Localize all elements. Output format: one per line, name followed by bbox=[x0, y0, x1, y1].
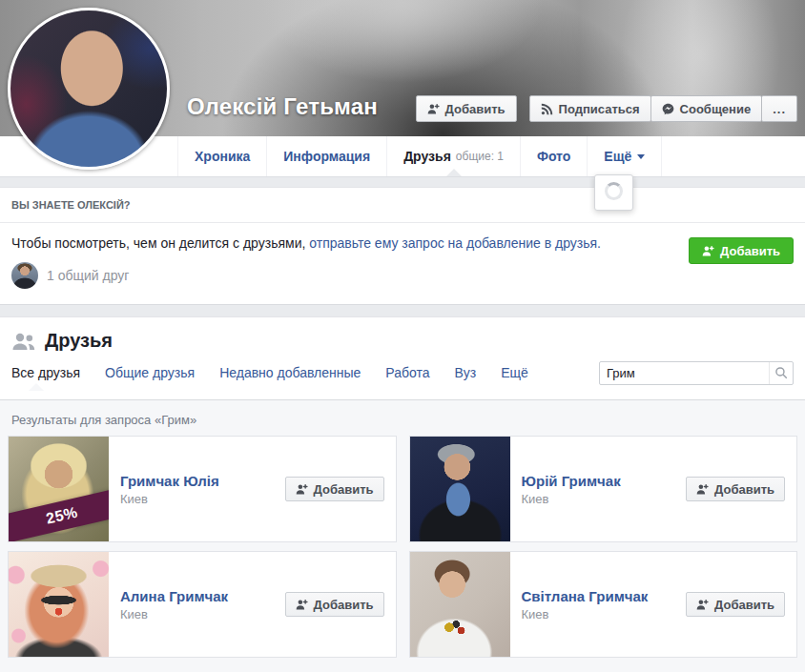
friends-title: Друзья bbox=[45, 330, 113, 352]
friend-name-link[interactable]: Світлана Гримчак bbox=[522, 588, 675, 604]
photo-badge: 25% bbox=[9, 484, 109, 541]
follow-button[interactable]: Подписаться bbox=[529, 95, 651, 122]
do-you-know-box: ВЫ ЗНАЕТЕ ОЛЕКСІЙ? Чтобы посмотреть, чем… bbox=[0, 187, 805, 305]
add-friend-card-button[interactable]: Добавить bbox=[686, 592, 785, 617]
search-results-area: Результаты для запроса «Грим» 25% Гримча… bbox=[0, 400, 805, 672]
mutual-friends-label: 1 общий друг bbox=[47, 268, 129, 283]
filter-more[interactable]: Ещё bbox=[501, 365, 528, 380]
person-add-icon bbox=[296, 483, 308, 496]
loading-spinner-icon bbox=[605, 182, 623, 200]
filter-mutual-friends[interactable]: Общие друзья bbox=[105, 365, 195, 380]
follow-message-group: Подписаться Сообщение ... bbox=[529, 95, 797, 122]
tab-more[interactable]: Ещё bbox=[587, 136, 662, 176]
add-friend-card-button[interactable]: Добавить bbox=[686, 477, 785, 501]
friend-info: Гримчак Юлія Киев bbox=[109, 473, 285, 506]
mutual-friend-avatar[interactable] bbox=[11, 262, 38, 289]
friends-search-input[interactable] bbox=[600, 366, 769, 380]
add-friend-card-button[interactable]: Добавить bbox=[285, 592, 384, 617]
tab-more-label: Ещё bbox=[604, 149, 631, 164]
tab-photos[interactable]: Фото bbox=[520, 136, 587, 176]
profile-action-bar: Добавить Подписаться Сообщение ... bbox=[416, 95, 797, 122]
friend-name-link[interactable]: Юрій Гримчак bbox=[522, 473, 675, 489]
friend-photo[interactable]: 25% bbox=[9, 437, 109, 541]
message-button[interactable]: Сообщение bbox=[650, 95, 763, 122]
person-add-icon bbox=[296, 599, 308, 611]
profile-name: Олексій Гетьман bbox=[187, 93, 378, 120]
friend-photo[interactable] bbox=[410, 552, 510, 657]
friend-city: Киев bbox=[120, 492, 274, 506]
facebook-profile-page: Олексій Гетьман Добавить Подписаться bbox=[0, 0, 805, 672]
two-people-icon bbox=[11, 332, 36, 351]
person-add-icon bbox=[696, 483, 709, 496]
profile-avatar[interactable] bbox=[8, 8, 170, 170]
tab-timeline-label: Хроника bbox=[195, 149, 250, 164]
friends-section: Друзья Все друзья Общие друзья Недавно д… bbox=[0, 316, 805, 400]
tab-about-label: Информация bbox=[283, 149, 370, 164]
friend-name-link[interactable]: Алина Гримчак bbox=[120, 588, 274, 604]
caret-down-icon bbox=[637, 154, 645, 159]
friend-info: Юрій Гримчак Киев bbox=[510, 473, 687, 506]
person-add-icon bbox=[696, 599, 709, 611]
add-friend-card-button[interactable]: Добавить bbox=[285, 477, 384, 501]
friends-header: Друзья bbox=[0, 317, 805, 356]
friends-search-box bbox=[599, 361, 794, 385]
follow-label: Подписаться bbox=[559, 102, 640, 116]
friend-photo[interactable] bbox=[410, 437, 510, 541]
message-label: Сообщение bbox=[680, 102, 752, 116]
tab-photos-label: Фото bbox=[537, 149, 570, 164]
filter-work[interactable]: Работа bbox=[385, 365, 429, 380]
friend-name-link[interactable]: Гримчак Юлія bbox=[120, 473, 274, 489]
more-options-button[interactable]: ... bbox=[761, 95, 797, 122]
tab-timeline[interactable]: Хроника bbox=[177, 136, 266, 176]
rss-icon bbox=[541, 103, 553, 115]
friend-card: Юрій Гримчак Киев Добавить bbox=[409, 436, 798, 542]
messenger-icon bbox=[662, 103, 674, 115]
person-add-icon bbox=[702, 245, 714, 257]
add-friend-green-label: Добавить bbox=[720, 244, 780, 258]
tab-friends[interactable]: Друзья общие: 1 bbox=[386, 136, 520, 176]
send-request-link[interactable]: отправьте ему запрос на добавление в дру… bbox=[309, 235, 601, 251]
know-box-text-plain: Чтобы посмотреть, чем он делится с друзь… bbox=[11, 235, 305, 251]
filter-recently-added[interactable]: Недавно добавленные bbox=[219, 365, 361, 380]
more-menu-loading-popover bbox=[594, 174, 633, 211]
know-box-text: Чтобы посмотреть, чем он делится с друзь… bbox=[11, 235, 603, 251]
friend-city: Киев bbox=[522, 607, 675, 621]
add-friend-card-label: Добавить bbox=[714, 598, 774, 612]
tab-friends-badge: общие: 1 bbox=[456, 150, 504, 163]
friend-info: Алина Гримчак Киев bbox=[109, 588, 285, 621]
friend-card: Алина Гримчак Киев Добавить bbox=[8, 551, 397, 658]
tab-about[interactable]: Информация bbox=[266, 136, 386, 176]
mutual-friends-row[interactable]: 1 общий друг bbox=[11, 262, 794, 289]
filter-college[interactable]: Вуз bbox=[455, 365, 477, 380]
friend-info: Світлана Гримчак Киев bbox=[510, 588, 687, 621]
add-friend-label: Добавить bbox=[445, 102, 506, 116]
person-add-icon bbox=[427, 103, 440, 115]
friends-filter-row: Все друзья Общие друзья Недавно добавлен… bbox=[0, 356, 805, 390]
add-friend-card-label: Добавить bbox=[314, 598, 374, 612]
friend-card: 25% Гримчак Юлія Киев Добавить bbox=[8, 436, 397, 542]
friend-city: Киев bbox=[522, 492, 675, 506]
tab-friends-label: Друзья bbox=[403, 149, 451, 164]
add-friend-button[interactable]: Добавить bbox=[416, 95, 517, 122]
friend-card: Світлана Гримчак Киев Добавить bbox=[409, 551, 798, 658]
filter-all-friends[interactable]: Все друзья bbox=[11, 365, 80, 380]
active-tab-notch bbox=[446, 169, 462, 176]
add-friend-card-label: Добавить bbox=[714, 482, 774, 497]
know-box-body: Чтобы посмотреть, чем он делится с друзь… bbox=[0, 223, 805, 289]
magnifier-icon bbox=[769, 362, 793, 384]
friend-cards-grid: 25% Гримчак Юлія Киев Добавить Юрій Грим… bbox=[0, 436, 805, 658]
friend-city: Киев bbox=[120, 607, 274, 621]
results-label: Результаты для запроса «Грим» bbox=[0, 400, 805, 436]
add-friend-green-button[interactable]: Добавить bbox=[689, 237, 794, 264]
active-filter-notch bbox=[29, 383, 44, 391]
friend-photo[interactable] bbox=[9, 552, 109, 657]
add-friend-card-label: Добавить bbox=[314, 482, 374, 497]
know-box-title: ВЫ ЗНАЕТЕ ОЛЕКСІЙ? bbox=[0, 188, 805, 223]
